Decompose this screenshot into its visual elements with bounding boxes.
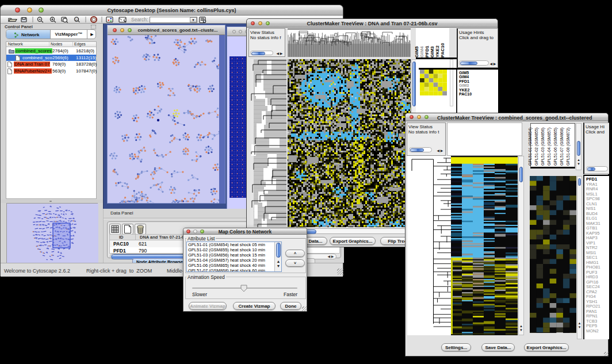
svg-text:1:1: 1:1 xyxy=(75,18,79,21)
svg-text:Search:: Search: xyxy=(131,17,148,22)
